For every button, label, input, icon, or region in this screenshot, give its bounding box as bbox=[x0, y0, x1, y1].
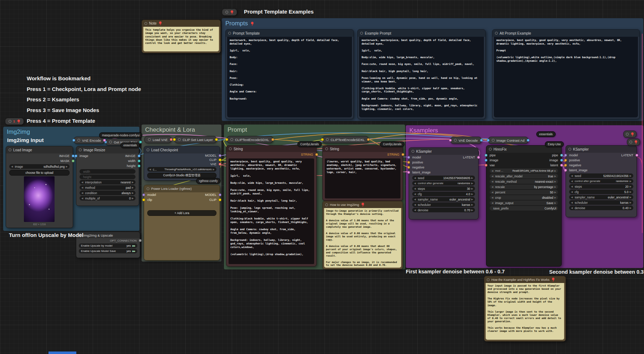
collapse-dot-icon[interactable] bbox=[147, 148, 149, 151]
collapse-dot-icon[interactable] bbox=[109, 141, 112, 143]
prev-arrow-icon[interactable]: ◀ bbox=[414, 187, 416, 190]
node-img2img-upscale[interactable]: Img2Img & Upscale OPT_CONNECTION Enable … bbox=[76, 232, 140, 258]
crop-widget[interactable]: ◀cropdisabled▶ bbox=[490, 195, 558, 200]
input-slot[interactable] bbox=[321, 138, 324, 141]
prev-arrow-icon[interactable]: ◀ bbox=[149, 168, 151, 171]
bookmark-1-node[interactable]: 1 bbox=[5, 118, 24, 125]
output-slot-image[interactable] bbox=[72, 155, 75, 157]
prev-arrow-icon[interactable]: ◀ bbox=[571, 185, 573, 188]
next-arrow-icon[interactable]: ▶ bbox=[554, 180, 556, 183]
node-header[interactable]: Note bbox=[142, 20, 220, 27]
output-slot-model[interactable] bbox=[219, 154, 221, 157]
input-slot[interactable] bbox=[487, 139, 490, 142]
output-slot[interactable] bbox=[480, 139, 483, 142]
output-slot-model[interactable] bbox=[219, 193, 221, 196]
prev-arrow-icon[interactable]: ◀ bbox=[414, 182, 416, 185]
input-slot-image[interactable] bbox=[75, 155, 77, 157]
node-header[interactable]: Load Image bbox=[6, 146, 73, 153]
prev-arrow-icon[interactable]: ◀ bbox=[11, 165, 13, 168]
node-header[interactable]: Load Checkpoint bbox=[144, 146, 220, 153]
scheduler-widget[interactable]: ◀schedulerkarras▶ bbox=[569, 200, 633, 205]
image-file-widget[interactable]: ◀ image sdfsdfsdfsd.png ▶ bbox=[9, 164, 70, 169]
collapse-dot-icon[interactable] bbox=[568, 148, 571, 151]
input-slot-negative[interactable] bbox=[564, 164, 567, 167]
prev-arrow-icon[interactable]: ◀ bbox=[491, 202, 493, 204]
next-arrow-icon[interactable]: ▶ bbox=[471, 198, 473, 201]
upload-button[interactable]: choose file to upload bbox=[9, 170, 70, 176]
output-slot-width[interactable] bbox=[138, 160, 140, 162]
bookmark-node-top-right-2[interactable] bbox=[627, 138, 640, 146]
input-slot-model[interactable] bbox=[564, 154, 567, 157]
input-slot[interactable] bbox=[72, 139, 75, 142]
prev-arrow-icon[interactable]: ◀ bbox=[571, 207, 573, 209]
node-image-contrast[interactable]: Image Contrast Ad bbox=[488, 137, 528, 144]
next-arrow-icon[interactable]: ▶ bbox=[630, 201, 632, 204]
percent-widget[interactable]: ◀percent50▶ bbox=[490, 190, 558, 194]
steps-widget[interactable]: ◀steps20▶ bbox=[569, 184, 633, 189]
seed-widget[interactable]: ◀seed1042553796659605▶ bbox=[412, 176, 475, 180]
note-text[interactable]: Image-to-image generation is primarily c… bbox=[324, 208, 401, 268]
condition-widget[interactable]: ◀ condition always ▶ bbox=[80, 191, 136, 195]
bookmark-node-top-right-1[interactable] bbox=[623, 131, 637, 138]
control-after-generate-widget[interactable]: ◀control after generaterandomize▶ bbox=[569, 179, 633, 183]
next-arrow-icon[interactable]: ▶ bbox=[554, 170, 556, 172]
next-arrow-icon[interactable]: ▶ bbox=[132, 186, 134, 189]
collapse-dot-icon[interactable] bbox=[412, 150, 414, 153]
node-alt-prompt-example[interactable]: Alt Prompt Example masterpiece, best qua… bbox=[492, 29, 640, 119]
next-arrow-icon[interactable]: ▶ bbox=[554, 186, 556, 188]
next-arrow-icon[interactable]: ▶ bbox=[66, 165, 68, 168]
cfg-widget[interactable]: ◀cfg4.0▶ bbox=[412, 192, 475, 196]
node-header[interactable]: Power Lora Loader (rgthree) bbox=[144, 185, 220, 192]
next-arrow-icon[interactable]: ▶ bbox=[630, 191, 632, 193]
seed-widget[interactable]: ◀seed526504219024356▶ bbox=[569, 173, 633, 178]
collapse-dot-icon[interactable] bbox=[147, 187, 149, 190]
node-load-image[interactable]: Load Image IMAGE MASK ◀ image sdfsdfsdfs… bbox=[6, 146, 73, 228]
output-slot-image[interactable] bbox=[138, 155, 140, 157]
input-slot-positive[interactable] bbox=[564, 159, 567, 162]
input-slot[interactable] bbox=[449, 139, 452, 142]
prev-arrow-icon[interactable]: ◀ bbox=[491, 180, 493, 183]
input-slot-vae[interactable] bbox=[485, 164, 487, 167]
prev-arrow-icon[interactable]: ◀ bbox=[414, 198, 416, 201]
next-arrow-icon[interactable]: ▶ bbox=[471, 209, 473, 212]
prompt-template-text[interactable]: masterwork, masterpiece, best quality, d… bbox=[227, 37, 352, 117]
prev-arrow-icon[interactable]: ◀ bbox=[414, 177, 416, 179]
input-slot[interactable] bbox=[173, 138, 176, 141]
input-slot-latent-image[interactable] bbox=[564, 169, 567, 172]
output-slot-clip[interactable] bbox=[219, 198, 221, 201]
next-arrow-icon[interactable]: ▶ bbox=[630, 180, 632, 183]
collapse-dot-icon[interactable] bbox=[79, 148, 82, 151]
output-slot-mask[interactable] bbox=[72, 160, 75, 162]
next-arrow-icon[interactable]: ▶ bbox=[213, 168, 215, 171]
negative-prompt-text[interactable]: (lowres, worst quality, bad quality, bad… bbox=[325, 158, 400, 198]
model-manager-button[interactable]: ComfyUI-Studio 模型管理器 bbox=[147, 173, 216, 178]
node-load-checkpoint[interactable]: Load Checkpoint MODEL CLIP VAE ◀ c... Th… bbox=[144, 146, 220, 181]
upscale-model-widget[interactable]: ◀mod ...RealESRGAN_x4Plus Anime 6B.pt▶ bbox=[490, 168, 558, 173]
prev-arrow-icon[interactable]: ◀ bbox=[81, 197, 83, 200]
note-text[interactable]: Your input image is passed to the first … bbox=[486, 283, 564, 340]
node-clip-text-encode-positive[interactable]: CLIPTextEncodeSDXL bbox=[227, 136, 273, 143]
prev-arrow-icon[interactable]: ◀ bbox=[491, 175, 493, 178]
input-slot-model[interactable] bbox=[142, 193, 145, 196]
output-slot-height[interactable] bbox=[138, 165, 140, 167]
node-note-how-to-img2img[interactable]: How to use Img2img Image-to-image genera… bbox=[322, 201, 403, 269]
alt-prompt-text[interactable]: masterpiece, best quality, good quality,… bbox=[494, 37, 638, 117]
node-clip-text-encode-negative[interactable]: CLIPTextEncodeSDXL bbox=[322, 136, 368, 143]
next-arrow-icon[interactable]: ▶ bbox=[471, 177, 473, 179]
output-slot-image[interactable] bbox=[560, 159, 563, 162]
add-lora-button[interactable]: + Add Lora bbox=[147, 210, 216, 216]
collapse-dot-icon[interactable] bbox=[487, 278, 490, 281]
collapse-dot-icon[interactable] bbox=[228, 32, 231, 35]
collapse-dot-icon[interactable] bbox=[9, 148, 11, 151]
collapse-dot-icon[interactable] bbox=[495, 32, 498, 35]
node-image-resize[interactable]: Image Resize image IMAGE width height wi… bbox=[76, 146, 139, 206]
next-arrow-icon[interactable]: ▶ bbox=[132, 192, 134, 194]
collapse-dot-icon[interactable] bbox=[360, 32, 363, 35]
node-note[interactable]: Note This template helps you organise th… bbox=[142, 20, 221, 53]
node-note-how-ksampler-works[interactable]: How the Ksampler and HighRes Fix Works Y… bbox=[484, 276, 566, 342]
input-slot[interactable] bbox=[225, 138, 228, 141]
steps-widget[interactable]: ◀steps30▶ bbox=[412, 186, 475, 191]
next-arrow-icon[interactable]: ▶ bbox=[132, 197, 134, 200]
output-slot-latent[interactable] bbox=[560, 164, 563, 167]
collapse-dot-icon[interactable] bbox=[144, 22, 147, 25]
